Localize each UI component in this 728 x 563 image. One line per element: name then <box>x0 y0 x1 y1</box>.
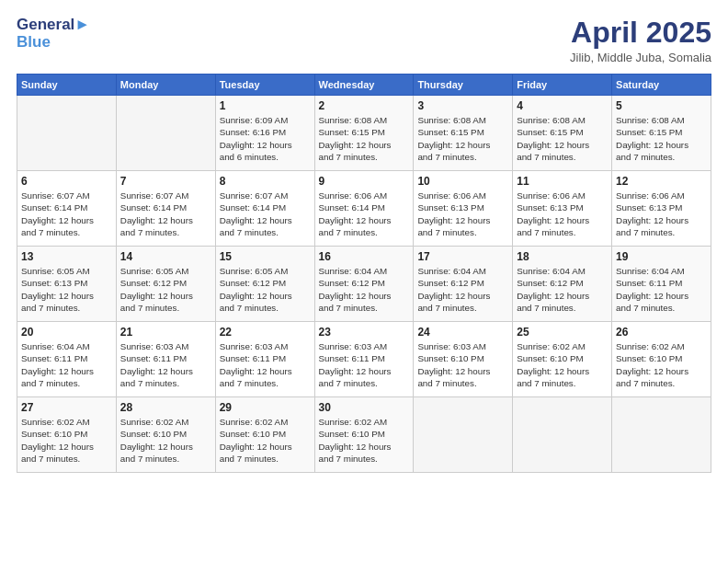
day-info: Sunrise: 6:03 AM Sunset: 6:11 PM Dayligh… <box>319 340 410 389</box>
day-number: 23 <box>319 326 410 339</box>
calendar-cell: 8Sunrise: 6:07 AM Sunset: 6:14 PM Daylig… <box>215 171 314 247</box>
day-info: Sunrise: 6:05 AM Sunset: 6:13 PM Dayligh… <box>21 265 112 314</box>
day-info: Sunrise: 6:08 AM Sunset: 6:15 PM Dayligh… <box>319 114 410 163</box>
weekday-header-saturday: Saturday <box>612 75 711 96</box>
calendar-cell: 10Sunrise: 6:06 AM Sunset: 6:13 PM Dayli… <box>414 171 513 247</box>
calendar-week-4: 20Sunrise: 6:04 AM Sunset: 6:11 PM Dayli… <box>17 322 711 397</box>
calendar-cell: 25Sunrise: 6:02 AM Sunset: 6:10 PM Dayli… <box>513 322 612 397</box>
day-info: Sunrise: 6:02 AM Sunset: 6:10 PM Dayligh… <box>517 340 608 389</box>
day-number: 9 <box>319 175 410 188</box>
day-number: 30 <box>319 401 410 414</box>
calendar-cell: 6Sunrise: 6:07 AM Sunset: 6:14 PM Daylig… <box>17 171 117 247</box>
day-info: Sunrise: 6:05 AM Sunset: 6:12 PM Dayligh… <box>120 265 211 314</box>
day-info: Sunrise: 6:02 AM Sunset: 6:10 PM Dayligh… <box>21 416 112 465</box>
calendar-cell: 12Sunrise: 6:06 AM Sunset: 6:13 PM Dayli… <box>612 171 711 247</box>
calendar-cell: 5Sunrise: 6:08 AM Sunset: 6:15 PM Daylig… <box>612 96 711 171</box>
day-info: Sunrise: 6:02 AM Sunset: 6:10 PM Dayligh… <box>319 416 410 465</box>
calendar-cell <box>414 397 513 473</box>
day-info: Sunrise: 6:08 AM Sunset: 6:15 PM Dayligh… <box>517 114 608 163</box>
day-info: Sunrise: 6:03 AM Sunset: 6:11 PM Dayligh… <box>220 340 311 389</box>
calendar-cell: 7Sunrise: 6:07 AM Sunset: 6:14 PM Daylig… <box>116 171 215 247</box>
day-info: Sunrise: 6:02 AM Sunset: 6:10 PM Dayligh… <box>616 340 707 389</box>
day-number: 27 <box>21 401 112 414</box>
day-number: 25 <box>517 326 608 339</box>
day-number: 14 <box>120 250 211 263</box>
month-title: April 2025 <box>570 17 711 49</box>
calendar-cell: 19Sunrise: 6:04 AM Sunset: 6:11 PM Dayli… <box>612 247 711 322</box>
calendar-cell: 24Sunrise: 6:03 AM Sunset: 6:10 PM Dayli… <box>414 322 513 397</box>
calendar-cell: 4Sunrise: 6:08 AM Sunset: 6:15 PM Daylig… <box>513 96 612 171</box>
calendar-cell: 23Sunrise: 6:03 AM Sunset: 6:11 PM Dayli… <box>314 322 414 397</box>
calendar-week-5: 27Sunrise: 6:02 AM Sunset: 6:10 PM Dayli… <box>17 397 711 473</box>
day-info: Sunrise: 6:07 AM Sunset: 6:14 PM Dayligh… <box>21 190 112 238</box>
day-info: Sunrise: 6:06 AM Sunset: 6:13 PM Dayligh… <box>517 190 608 238</box>
logo-blue: Blue <box>17 34 90 52</box>
day-number: 5 <box>616 99 707 112</box>
day-info: Sunrise: 6:06 AM Sunset: 6:14 PM Dayligh… <box>319 190 410 238</box>
day-number: 3 <box>417 99 508 112</box>
day-info: Sunrise: 6:08 AM Sunset: 6:15 PM Dayligh… <box>417 114 508 163</box>
day-number: 24 <box>417 326 508 339</box>
day-info: Sunrise: 6:04 AM Sunset: 6:12 PM Dayligh… <box>517 265 608 314</box>
day-number: 11 <box>517 175 608 188</box>
calendar-cell: 17Sunrise: 6:04 AM Sunset: 6:12 PM Dayli… <box>414 247 513 322</box>
day-info: Sunrise: 6:07 AM Sunset: 6:14 PM Dayligh… <box>120 190 211 238</box>
day-number: 28 <box>120 401 211 414</box>
page-header: General► Blue April 2025 Jilib, Middle J… <box>17 17 711 64</box>
calendar-cell: 16Sunrise: 6:04 AM Sunset: 6:12 PM Dayli… <box>314 247 414 322</box>
logo: General► Blue <box>17 17 90 51</box>
location-label: Jilib, Middle Juba, Somalia <box>570 51 711 64</box>
day-number: 4 <box>517 99 608 112</box>
day-info: Sunrise: 6:04 AM Sunset: 6:11 PM Dayligh… <box>616 265 707 314</box>
weekday-header-tuesday: Tuesday <box>215 75 314 96</box>
calendar-cell: 9Sunrise: 6:06 AM Sunset: 6:14 PM Daylig… <box>314 171 414 247</box>
day-number: 10 <box>417 175 508 188</box>
day-number: 29 <box>220 401 311 414</box>
calendar-cell: 3Sunrise: 6:08 AM Sunset: 6:15 PM Daylig… <box>414 96 513 171</box>
calendar-cell: 2Sunrise: 6:08 AM Sunset: 6:15 PM Daylig… <box>314 96 414 171</box>
day-number: 1 <box>220 99 311 112</box>
weekday-header-thursday: Thursday <box>414 75 513 96</box>
calendar-cell: 28Sunrise: 6:02 AM Sunset: 6:10 PM Dayli… <box>116 397 215 473</box>
day-info: Sunrise: 6:04 AM Sunset: 6:12 PM Dayligh… <box>417 265 508 314</box>
calendar-cell: 29Sunrise: 6:02 AM Sunset: 6:10 PM Dayli… <box>215 397 314 473</box>
calendar-cell: 18Sunrise: 6:04 AM Sunset: 6:12 PM Dayli… <box>513 247 612 322</box>
day-number: 26 <box>616 326 707 339</box>
day-number: 2 <box>319 99 410 112</box>
calendar-cell: 27Sunrise: 6:02 AM Sunset: 6:10 PM Dayli… <box>17 397 117 473</box>
day-number: 19 <box>616 250 707 263</box>
calendar-week-3: 13Sunrise: 6:05 AM Sunset: 6:13 PM Dayli… <box>17 247 711 322</box>
day-info: Sunrise: 6:03 AM Sunset: 6:11 PM Dayligh… <box>120 340 211 389</box>
day-number: 13 <box>21 250 112 263</box>
day-number: 17 <box>417 250 508 263</box>
day-info: Sunrise: 6:02 AM Sunset: 6:10 PM Dayligh… <box>120 416 211 465</box>
calendar-cell: 15Sunrise: 6:05 AM Sunset: 6:12 PM Dayli… <box>215 247 314 322</box>
day-number: 8 <box>220 175 311 188</box>
logo-text: General► <box>17 17 90 34</box>
day-number: 15 <box>220 250 311 263</box>
day-info: Sunrise: 6:04 AM Sunset: 6:11 PM Dayligh… <box>21 340 112 389</box>
calendar-cell: 20Sunrise: 6:04 AM Sunset: 6:11 PM Dayli… <box>17 322 117 397</box>
calendar-cell: 26Sunrise: 6:02 AM Sunset: 6:10 PM Dayli… <box>612 322 711 397</box>
calendar-week-2: 6Sunrise: 6:07 AM Sunset: 6:14 PM Daylig… <box>17 171 711 247</box>
day-number: 20 <box>21 326 112 339</box>
calendar-page: General► Blue April 2025 Jilib, Middle J… <box>0 0 728 563</box>
calendar-cell: 21Sunrise: 6:03 AM Sunset: 6:11 PM Dayli… <box>116 322 215 397</box>
calendar-cell: 1Sunrise: 6:09 AM Sunset: 6:16 PM Daylig… <box>215 96 314 171</box>
weekday-header-row: SundayMondayTuesdayWednesdayThursdayFrid… <box>17 75 711 96</box>
day-number: 22 <box>220 326 311 339</box>
calendar-cell: 14Sunrise: 6:05 AM Sunset: 6:12 PM Dayli… <box>116 247 215 322</box>
day-number: 21 <box>120 326 211 339</box>
weekday-header-monday: Monday <box>116 75 215 96</box>
day-info: Sunrise: 6:06 AM Sunset: 6:13 PM Dayligh… <box>417 190 508 238</box>
day-info: Sunrise: 6:06 AM Sunset: 6:13 PM Dayligh… <box>616 190 707 238</box>
calendar-cell <box>17 96 117 171</box>
calendar-cell: 22Sunrise: 6:03 AM Sunset: 6:11 PM Dayli… <box>215 322 314 397</box>
calendar-cell: 11Sunrise: 6:06 AM Sunset: 6:13 PM Dayli… <box>513 171 612 247</box>
day-info: Sunrise: 6:08 AM Sunset: 6:15 PM Dayligh… <box>616 114 707 163</box>
day-number: 12 <box>616 175 707 188</box>
day-info: Sunrise: 6:04 AM Sunset: 6:12 PM Dayligh… <box>319 265 410 314</box>
calendar-cell: 30Sunrise: 6:02 AM Sunset: 6:10 PM Dayli… <box>314 397 414 473</box>
day-info: Sunrise: 6:05 AM Sunset: 6:12 PM Dayligh… <box>220 265 311 314</box>
day-number: 7 <box>120 175 211 188</box>
